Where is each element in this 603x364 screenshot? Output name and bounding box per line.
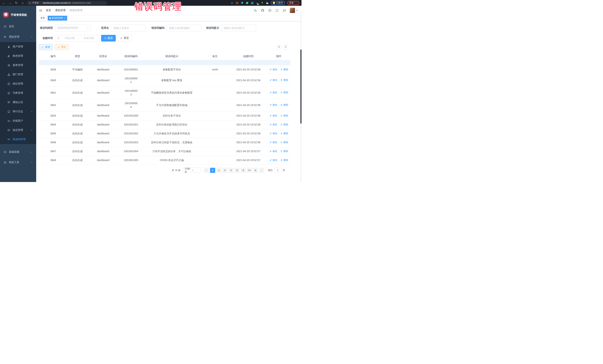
breadcrumb-item[interactable]: 错误码管理	[70, 9, 86, 12]
sidebar-item[interactable]: 研发工具	[0, 157, 36, 167]
edit-link[interactable]: 修改	[270, 149, 277, 153]
error-msg-input[interactable]	[221, 25, 256, 31]
delete-link[interactable]: 删除	[280, 91, 288, 94]
edit-link[interactable]: 修改	[270, 91, 277, 94]
sidebar-subitem[interactable]: 在线用户	[0, 116, 36, 125]
breadcrumb-item[interactable]: 系统管理/	[55, 9, 70, 12]
sidebar-subitem[interactable]: 审计日志	[0, 107, 36, 116]
delete-link[interactable]: 删除	[280, 158, 288, 162]
toggle-search-button[interactable]	[276, 44, 281, 50]
delete-link[interactable]: 删除	[280, 114, 288, 118]
app-name-input[interactable]	[111, 25, 146, 31]
address-bar[interactable]: ⚠ 不安全 dashboard.yudao.iocoder.cn/system/…	[27, 1, 107, 5]
add-button[interactable]: + 新增	[39, 44, 53, 50]
cell-time: 2021-04-20 23:52:57	[229, 147, 267, 156]
search-icon[interactable]	[254, 9, 257, 12]
delete-link[interactable]: 删除	[280, 149, 288, 153]
fullscreen-icon[interactable]	[275, 9, 279, 12]
reset-button[interactable]: 重置	[117, 35, 132, 42]
delete-link[interactable]: 删除	[280, 141, 288, 144]
edit-link[interactable]: 修改	[270, 68, 277, 71]
page-button[interactable]: 4	[228, 168, 234, 173]
ext-check-icon[interactable]	[246, 1, 248, 4]
page-button[interactable]: 2	[216, 168, 221, 173]
close-icon[interactable]: ×	[64, 17, 66, 19]
sidebar-subitem[interactable]: 字典管理	[0, 88, 36, 98]
sidebar-subitem[interactable]: 角色管理	[0, 51, 36, 61]
home-icon[interactable]: ⌂	[21, 1, 24, 5]
scrollbar-track[interactable]	[300, 11, 302, 182]
page-button[interactable]: •••	[247, 168, 252, 173]
delete-link[interactable]: 删除	[280, 123, 288, 126]
sidebar-subitem[interactable]: 岗位管理	[0, 79, 36, 88]
app-title: 芋道管理系统	[11, 13, 27, 17]
goto-page-input[interactable]	[274, 168, 281, 173]
users-icon	[7, 55, 10, 57]
view-tab[interactable]: 错误码管理 ×	[48, 16, 67, 21]
sidebar-subitem[interactable]: 短信管理	[0, 125, 36, 135]
fontsize-icon[interactable]: TT	[283, 9, 286, 12]
delete-icon	[280, 123, 283, 126]
scrollbar-thumb[interactable]	[300, 49, 302, 124]
next-page-button[interactable]: ›	[259, 168, 264, 173]
user-menu[interactable]: ▾	[290, 8, 297, 13]
sidebar-item[interactable]: ⚙ 系统管理	[0, 32, 36, 42]
edit-link[interactable]: 修改	[270, 114, 277, 118]
error-type-select[interactable]: 请选择错误码类型	[55, 25, 91, 31]
edit-link[interactable]: 修改	[270, 158, 277, 162]
profile-pill[interactable]: 已暂停	[271, 1, 285, 5]
sidebar-item[interactable]: 首页	[0, 21, 36, 32]
sidebar-subitem[interactable]: 菜单管理	[0, 61, 36, 70]
edit-link[interactable]: 修改	[270, 78, 277, 82]
delete-link[interactable]: 删除	[280, 68, 288, 71]
delete-link[interactable]: 删除	[280, 103, 288, 107]
app-label: 应用名	[101, 26, 111, 30]
app-logo-row[interactable]: 芋道管理系统	[0, 6, 36, 21]
cell-app: dashboard	[87, 147, 119, 156]
reload-icon[interactable]: ↻	[15, 1, 18, 5]
ext-list-icon[interactable]: on	[256, 1, 258, 4]
page-button[interactable]: 5	[234, 168, 240, 173]
breadcrumb: 首页/ 系统管理/ 错误码管理	[46, 9, 86, 12]
hamburger-icon[interactable]	[39, 9, 43, 12]
export-button[interactable]: 导出	[55, 44, 69, 50]
chevron-down-icon	[192, 169, 199, 171]
sidebar-subitem[interactable]: 通知公告	[0, 98, 36, 107]
cell-msg: 只有开启状态的任务，才可以修改	[143, 147, 201, 156]
question-icon[interactable]	[268, 9, 271, 12]
breadcrumb-item[interactable]: 首页/	[46, 9, 55, 12]
github-icon[interactable]	[261, 9, 264, 12]
delete-link[interactable]: 删除	[280, 132, 288, 135]
error-code-input[interactable]	[167, 25, 201, 31]
ext-grid-icon[interactable]	[251, 1, 254, 4]
browser-update-button[interactable]: 更新 ⋮	[287, 1, 299, 5]
edit-link[interactable]: 修改	[270, 141, 277, 144]
sidebar-subitem[interactable]: 用户管理	[0, 42, 36, 51]
search-button[interactable]: 搜索	[101, 35, 116, 42]
table-row: 3939 手动编辑 dashboard 1001000001 参数配置不存在 c…	[39, 65, 290, 74]
back-icon[interactable]: ←	[2, 1, 5, 5]
cell-code: 1001000001	[119, 65, 143, 74]
puzzle-icon[interactable]	[266, 1, 268, 4]
bookmark-star-icon[interactable]: ☆	[231, 1, 233, 4]
date-range-picker[interactable]: 开始日期 - 结束日期	[55, 35, 100, 42]
ext-key-icon[interactable]	[261, 1, 264, 4]
sidebar-item[interactable]: 基础设施	[0, 147, 36, 157]
edit-link[interactable]: 修改	[270, 132, 277, 135]
edit-link[interactable]: 修改	[270, 103, 277, 107]
view-tab[interactable]: 首页 ×	[39, 16, 46, 21]
page-size-select[interactable]: 10条/页	[183, 168, 201, 173]
page-button[interactable]: 3	[222, 168, 227, 173]
sidebar-subitem[interactable]: 部门管理	[0, 70, 36, 79]
page-button[interactable]: 1	[210, 168, 215, 173]
forward-icon[interactable]: →	[9, 1, 12, 5]
sidebar-subitem[interactable]: </> 错误码管理	[0, 135, 36, 144]
refresh-table-button[interactable]	[283, 44, 288, 50]
edit-link[interactable]: 修改	[270, 123, 277, 126]
ext-gem-icon[interactable]	[241, 1, 244, 4]
page-button[interactable]: 8	[253, 168, 258, 173]
delete-link[interactable]: 删除	[280, 78, 288, 82]
ext-orange-icon[interactable]	[236, 1, 238, 4]
page-button[interactable]: 6	[241, 168, 246, 173]
prev-page-button[interactable]: ‹	[204, 168, 209, 173]
